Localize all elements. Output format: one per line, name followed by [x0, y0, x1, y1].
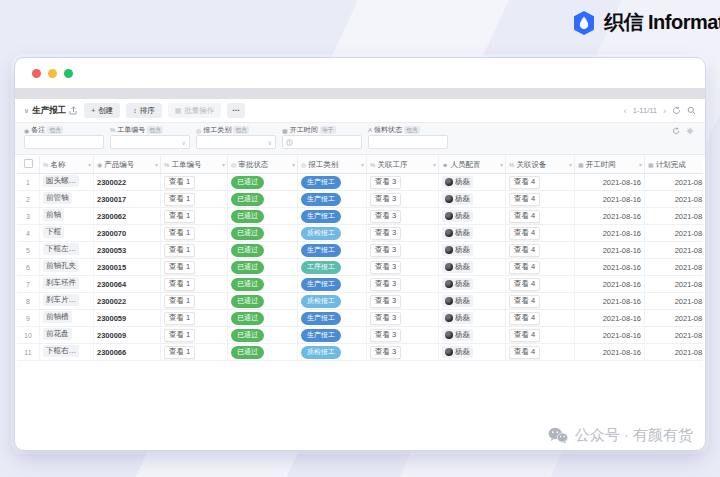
- name-cell[interactable]: 下框左…: [40, 242, 94, 259]
- view-equipment-button[interactable]: 查看 4: [509, 227, 540, 240]
- filter-operator-badge[interactable]: 包含: [404, 126, 420, 134]
- column-caret-icon[interactable]: ▾: [500, 161, 503, 168]
- column-caret-icon[interactable]: ▾: [361, 161, 364, 168]
- view-work-order-button[interactable]: 查看 1: [164, 261, 195, 274]
- refresh-icon[interactable]: [672, 106, 681, 115]
- name-cell[interactable]: 圆头螺…: [40, 174, 94, 191]
- view-process-button[interactable]: 查看 3: [370, 346, 401, 359]
- view-work-order-button[interactable]: 查看 1: [164, 329, 195, 342]
- filter-operator-badge[interactable]: 包含: [47, 126, 63, 134]
- column-caret-icon[interactable]: ▾: [433, 161, 436, 168]
- minimize-window-button[interactable]: [48, 69, 57, 78]
- view-equipment-button[interactable]: 查看 4: [509, 261, 540, 274]
- view-equipment-button[interactable]: 查看 4: [509, 278, 540, 291]
- page-prev-icon[interactable]: ‹: [624, 106, 627, 116]
- column-header-5[interactable]: ◎ 报工类别▾: [298, 156, 367, 174]
- view-process-button[interactable]: 查看 3: [370, 261, 401, 274]
- view-work-order-button[interactable]: 查看 1: [164, 227, 195, 240]
- column-header-8[interactable]: % 关联设备▾: [506, 156, 575, 174]
- gear-icon[interactable]: [686, 127, 695, 136]
- search-icon[interactable]: [687, 106, 696, 115]
- column-header-9[interactable]: ▦ 开工时间▾: [575, 156, 645, 174]
- column-caret-icon[interactable]: ▾: [88, 161, 91, 168]
- column-header-3[interactable]: % 工单编号▾: [161, 156, 228, 174]
- view-process-button[interactable]: 查看 3: [370, 227, 401, 240]
- filter-remark-input[interactable]: [24, 135, 104, 149]
- select-all-header[interactable]: [17, 156, 40, 174]
- sort-button[interactable]: ↕ 排序: [126, 103, 162, 118]
- name-cell[interactable]: 刹车坯件: [40, 276, 94, 293]
- share-icon[interactable]: [69, 106, 78, 115]
- table-row[interactable]: 10前花盘2300009查看 1已通过生产报工查看 3杨磊查看 42021-08…: [17, 327, 703, 344]
- filter-start-time-input[interactable]: [282, 135, 362, 149]
- filter-material-status-input[interactable]: [368, 135, 448, 149]
- view-equipment-button[interactable]: 查看 4: [509, 295, 540, 308]
- column-header-6[interactable]: % 关联工序▾: [367, 156, 439, 174]
- column-caret-icon[interactable]: ▾: [569, 161, 572, 168]
- name-cell[interactable]: 前管轴: [40, 191, 94, 208]
- view-process-button[interactable]: 查看 3: [370, 295, 401, 308]
- table-row[interactable]: 4下框2300070查看 1已通过质检报工查看 3杨磊查看 42021-08-1…: [17, 225, 703, 242]
- view-work-order-button[interactable]: 查看 1: [164, 278, 195, 291]
- table-row[interactable]: 3前轴2300062查看 1已通过生产报工查看 3杨磊查看 42021-08-1…: [17, 208, 703, 225]
- table-row[interactable]: 6前轴孔夹2300015查看 1已通过工序报工查看 3杨磊查看 42021-08…: [17, 259, 703, 276]
- view-process-button[interactable]: 查看 3: [370, 176, 401, 189]
- name-cell[interactable]: 前花盘: [40, 327, 94, 344]
- column-caret-icon[interactable]: ▾: [639, 161, 642, 168]
- column-header-2[interactable]: ◉ 产品编号▾: [94, 156, 161, 174]
- filter-operator-badge[interactable]: 包含: [233, 126, 249, 134]
- column-header-10[interactable]: ▦ 计划完成▾: [645, 156, 704, 174]
- name-cell[interactable]: 前轴槽: [40, 310, 94, 327]
- view-work-order-button[interactable]: 查看 1: [164, 176, 195, 189]
- name-cell[interactable]: 前轴: [40, 208, 94, 225]
- view-work-order-button[interactable]: 查看 1: [164, 295, 195, 308]
- column-caret-icon[interactable]: ▾: [292, 161, 295, 168]
- view-work-order-button[interactable]: 查看 1: [164, 210, 195, 223]
- view-equipment-button[interactable]: 查看 4: [509, 329, 540, 342]
- close-window-button[interactable]: [32, 69, 41, 78]
- view-process-button[interactable]: 查看 3: [370, 210, 401, 223]
- maximize-window-button[interactable]: [64, 69, 73, 78]
- view-process-button[interactable]: 查看 3: [370, 278, 401, 291]
- view-equipment-button[interactable]: 查看 4: [509, 346, 540, 359]
- view-work-order-button[interactable]: 查看 1: [164, 244, 195, 257]
- view-work-order-button[interactable]: 查看 1: [164, 312, 195, 325]
- table-row[interactable]: 11下框右…2300066查看 1已通过质检报工查看 3杨磊查看 42021-0…: [17, 344, 703, 361]
- table-row[interactable]: 1圆头螺…2300022查看 1已通过生产报工查看 3杨磊查看 42021-08…: [17, 174, 703, 191]
- filter-operator-badge[interactable]: 等于: [320, 126, 336, 134]
- column-caret-icon[interactable]: ▾: [155, 161, 158, 168]
- view-equipment-button[interactable]: 查看 4: [509, 312, 540, 325]
- name-cell[interactable]: 下框右…: [40, 344, 94, 361]
- column-header-4[interactable]: ◎ 审批状态▾: [228, 156, 298, 174]
- column-caret-icon[interactable]: ▾: [222, 161, 225, 168]
- table-row[interactable]: 5下框左…2300053查看 1已通过生产报工查看 3杨磊查看 42021-08…: [17, 242, 703, 259]
- filter-report-category-select[interactable]: ∨: [196, 135, 276, 149]
- view-equipment-button[interactable]: 查看 4: [509, 244, 540, 257]
- select-all-checkbox[interactable]: [24, 159, 33, 168]
- column-header-7[interactable]: ☻ 人员配置▾: [439, 156, 506, 174]
- filter-work-order-select[interactable]: ∨: [110, 135, 190, 149]
- table-row[interactable]: 7刹车坯件2300064查看 1已通过生产报工查看 3杨磊查看 42021-08…: [17, 276, 703, 293]
- more-actions-button[interactable]: ⋯: [227, 103, 245, 118]
- view-process-button[interactable]: 查看 3: [370, 312, 401, 325]
- table-row[interactable]: 8刹车片…2300022查看 1已通过质检报工查看 3杨磊查看 42021-08…: [17, 293, 703, 310]
- create-button[interactable]: + 创建: [84, 103, 120, 118]
- name-cell[interactable]: 刹车片…: [40, 293, 94, 310]
- refresh-icon[interactable]: [672, 127, 681, 136]
- page-next-icon[interactable]: ›: [663, 106, 666, 116]
- view-equipment-button[interactable]: 查看 4: [509, 193, 540, 206]
- view-process-button[interactable]: 查看 3: [370, 329, 401, 342]
- view-equipment-button[interactable]: 查看 4: [509, 176, 540, 189]
- view-work-order-button[interactable]: 查看 1: [164, 346, 195, 359]
- view-title[interactable]: ∨ 生产报工: [24, 105, 78, 117]
- view-process-button[interactable]: 查看 3: [370, 244, 401, 257]
- view-process-button[interactable]: 查看 3: [370, 193, 401, 206]
- filter-operator-badge[interactable]: 包含: [147, 126, 163, 134]
- name-cell[interactable]: 前轴孔夹: [40, 259, 94, 276]
- table-row[interactable]: 2前管轴2300017查看 1已通过生产报工查看 3杨磊查看 42021-08-…: [17, 191, 703, 208]
- name-cell[interactable]: 下框: [40, 225, 94, 242]
- view-work-order-button[interactable]: 查看 1: [164, 193, 195, 206]
- column-header-1[interactable]: % 名称▾: [40, 156, 94, 174]
- view-equipment-button[interactable]: 查看 4: [509, 210, 540, 223]
- table-row[interactable]: 9前轴槽2300059查看 1已通过生产报工查看 3杨磊查看 42021-08-…: [17, 310, 703, 327]
